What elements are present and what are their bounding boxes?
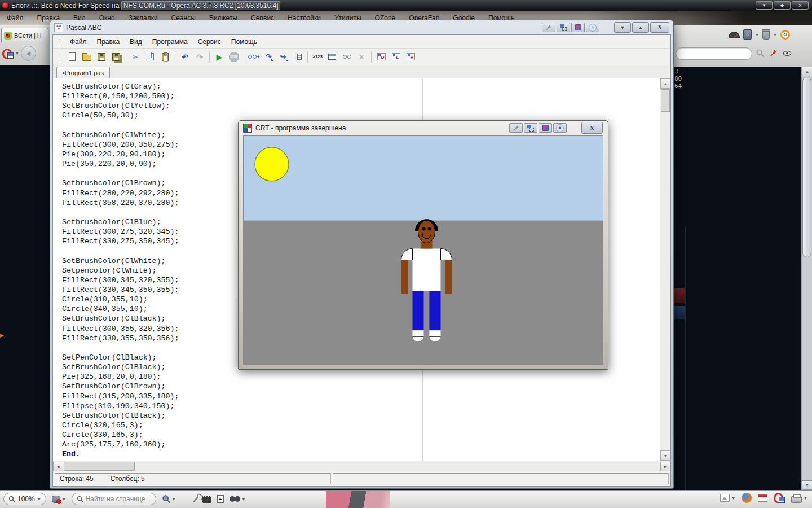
content-blocker-dropdown-icon[interactable]: ▼ — [62, 497, 66, 501]
print-icon[interactable] — [791, 496, 802, 503]
crt-app-icon — [243, 124, 252, 133]
images-dropdown-icon[interactable]: ▼ — [731, 496, 735, 500]
editor-scroll-left-button[interactable]: ◀ — [53, 462, 63, 471]
back-button[interactable]: ◀ — [21, 46, 36, 61]
crt-maximize-button[interactable] — [539, 123, 552, 133]
pushpin-icon[interactable] — [770, 49, 778, 57]
firefox-icon[interactable] — [742, 493, 752, 503]
open-in-window-icon[interactable] — [758, 494, 767, 502]
crt-pin-button[interactable] — [509, 123, 523, 133]
redo-button[interactable]: ↷ — [192, 50, 207, 64]
editor-hscroll-thumb[interactable] — [64, 462, 135, 471]
editor-tab-program1[interactable]: •Program1.pas — [56, 67, 110, 78]
site-search-dropdown-icon[interactable]: ▼ — [172, 497, 176, 501]
stop-button[interactable]: STOP — [227, 50, 241, 64]
opera-restore-button[interactable]: ◆ — [774, 1, 791, 10]
quick-preferences-icon[interactable] — [193, 496, 199, 502]
media-icon[interactable] — [202, 496, 211, 503]
view-mode-icon[interactable] — [230, 496, 240, 502]
opera-minimize-button[interactable]: ▼ — [756, 1, 773, 10]
pascal-menu-item[interactable]: Правка — [92, 38, 125, 46]
crt-restore-button[interactable] — [524, 123, 537, 133]
paste-button[interactable] — [158, 50, 173, 64]
scroll-down-button[interactable]: ▼ — [802, 480, 812, 490]
trash-icon[interactable] — [762, 31, 770, 40]
find-input[interactable] — [86, 495, 148, 503]
open-file-button[interactable] — [80, 50, 94, 64]
editor-vscroll-thumb[interactable] — [661, 89, 670, 112]
crt-close-button[interactable]: X — [581, 122, 603, 134]
pascal-minimize-button[interactable]: ▼ — [614, 22, 631, 33]
restore-layout-button[interactable] — [557, 23, 570, 32]
bookmarks-icon[interactable]: ☆ — [743, 29, 752, 40]
scroll-up-button[interactable]: ▲ — [802, 67, 812, 76]
step-into-button[interactable]: ↪ — [276, 50, 290, 64]
print-dropdown-icon[interactable]: ▼ — [804, 496, 807, 500]
restore-icon — [560, 24, 567, 31]
pascal-menu-item[interactable]: Файл — [65, 38, 92, 46]
rollup-button[interactable]: « — [586, 23, 599, 32]
sync-history-icon[interactable]: ↻ — [780, 30, 790, 40]
save-button[interactable] — [94, 50, 109, 64]
step-over-button[interactable]: ↷ — [261, 50, 276, 64]
forum-count: 80 — [674, 75, 686, 82]
window-icon — [328, 54, 336, 60]
address-field[interactable] — [676, 47, 752, 60]
opera-close-button[interactable]: X — [792, 1, 809, 10]
pin-window-button[interactable] — [542, 23, 555, 32]
search-icon[interactable] — [756, 49, 765, 58]
module-r-button[interactable]: R — [403, 50, 418, 64]
color-maximize-button[interactable] — [571, 23, 585, 32]
opera-session-save-icon[interactable] — [2, 49, 14, 59]
output-window-button[interactable] — [325, 50, 339, 64]
trash-dropdown-icon[interactable]: ▼ — [773, 33, 777, 37]
browser-scrollbar[interactable]: ▲ ▼ — [801, 67, 812, 490]
eye-icon[interactable] — [783, 51, 792, 56]
editor-scroll-up-button[interactable]: ▲ — [660, 78, 670, 89]
undo-button[interactable]: ↶ — [178, 50, 192, 64]
editor-scroll-right-button[interactable]: ▶ — [660, 462, 670, 471]
pascal-menu-item[interactable]: Программа — [147, 38, 193, 46]
view-mode-dropdown-icon[interactable]: ▼ — [242, 497, 246, 501]
cut-button[interactable]: ✂ — [129, 50, 143, 64]
bookmarks-dropdown-icon[interactable]: ▼ — [755, 33, 759, 37]
speed-dial-icon[interactable] — [729, 32, 740, 38]
session-dropdown-icon[interactable]: ▼ — [15, 51, 19, 55]
module-d-button[interactable]: D — [374, 50, 389, 64]
watch-window-button[interactable] — [339, 50, 354, 64]
pascal-maximize-button[interactable]: ▲ — [632, 22, 649, 33]
editor-horizontal-scrollbar[interactable]: ◀ ▶ — [53, 461, 670, 471]
forum-count: 64 — [674, 82, 686, 90]
copy-button[interactable] — [143, 50, 158, 64]
line-numbers-button[interactable]: >123 — [310, 50, 325, 64]
scrollbar-thumb[interactable] — [802, 77, 811, 257]
new-file-button[interactable] — [65, 50, 80, 64]
crt-titlebar[interactable]: CRT - программа завершена « X — [243, 121, 603, 135]
pascal-menu-item[interactable]: Помощь — [226, 38, 262, 46]
module-l-button[interactable]: L — [389, 50, 403, 64]
pascal-close-button[interactable]: X — [650, 22, 669, 33]
opera-save-icon[interactable] — [774, 493, 785, 503]
save-all-button[interactable] — [109, 50, 123, 64]
opera-menu-item[interactable]: Файл — [0, 14, 30, 22]
pascal-titlebar[interactable]: ABC Pascal ABC « ▼ ▲ X — [50, 20, 673, 34]
zoom-dropdown-icon[interactable]: ▼ — [37, 497, 41, 501]
editor-scroll-down-button[interactable]: ▼ — [660, 450, 670, 461]
browser-tab-vseti[interactable]: ВСети | Н — [1, 28, 48, 42]
fit-to-width-icon[interactable]: ◂▸ — [217, 495, 224, 503]
zoom-control[interactable]: 100% ▼ — [3, 493, 46, 505]
find-on-page-field[interactable] — [72, 493, 156, 505]
panel-toggle-icon[interactable]: ▶ — [0, 332, 4, 338]
run-button[interactable]: ▶ — [212, 50, 227, 64]
site-search-icon[interactable] — [162, 494, 171, 503]
crt-rollup-button[interactable]: « — [553, 123, 567, 133]
goto-line-button[interactable]: ↓ — [290, 50, 305, 64]
pascal-menu-item[interactable]: Вид — [125, 38, 147, 46]
add-watch-button[interactable]: + — [246, 50, 261, 64]
pascal-menu-item[interactable]: Сервис — [193, 38, 226, 46]
close-file-button[interactable]: × — [354, 50, 369, 64]
editor-vertical-scrollbar[interactable]: ▲ ▼ — [660, 78, 670, 461]
images-toggle-icon[interactable] — [720, 494, 730, 502]
content-blocker-icon[interactable] — [52, 496, 60, 503]
opera-titlebar: Блоги .::. Всё о Need For Speed на NFS.C… — [0, 0, 812, 11]
